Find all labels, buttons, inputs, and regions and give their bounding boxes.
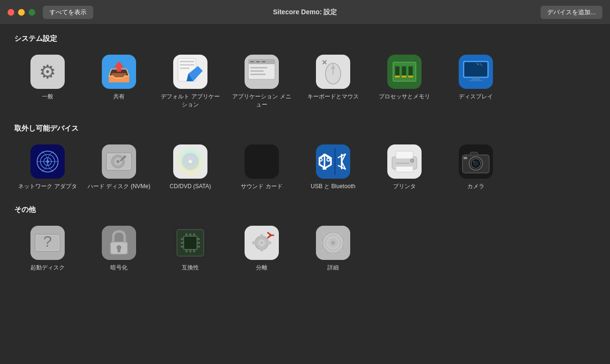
label-split: 分離 (256, 264, 267, 272)
encryption-icon-svg (102, 226, 136, 260)
svg-point-119 (260, 241, 263, 244)
icon-network-adapter (30, 144, 65, 179)
printer-icon-svg (387, 144, 422, 179)
svg-rect-114 (197, 242, 200, 244)
svg-rect-104 (186, 233, 187, 236)
svg-rect-133 (332, 252, 335, 255)
close-button[interactable] (8, 9, 14, 16)
item-printer[interactable]: プリンタ (371, 141, 438, 194)
show-all-button[interactable]: すべてを表示 (43, 6, 93, 19)
svg-rect-6 (180, 61, 194, 62)
item-camera[interactable]: カメラ (443, 141, 509, 194)
maximize-button[interactable] (29, 9, 35, 16)
icon-processor-memory (387, 55, 422, 89)
svg-rect-103 (184, 236, 197, 249)
window-title: Sitecore Demo: 設定 (273, 8, 337, 17)
add-device-button[interactable]: デバイスを追加... (541, 6, 602, 19)
icon-sound-card (245, 144, 279, 179)
compatibility-icon-svg (173, 226, 207, 260)
svg-rect-14 (250, 61, 254, 62)
svg-rect-38 (469, 80, 482, 81)
icon-default-apps (173, 55, 207, 89)
item-display[interactable]: ディスプレイ (443, 51, 509, 113)
svg-rect-60 (245, 144, 279, 179)
svg-text:📤: 📤 (107, 60, 131, 83)
label-processor-memory: プロセッサとメモリ (379, 93, 430, 101)
label-details: 詳細 (327, 264, 339, 272)
svg-rect-135 (321, 241, 324, 244)
svg-rect-115 (197, 246, 200, 248)
sound-card-icon-svg (245, 144, 279, 179)
item-network-adapter[interactable]: ネットワーク アダプタ (14, 141, 81, 194)
item-keyboard-mouse[interactable]: キーボードとマウス (300, 51, 366, 113)
label-network-adapter: ネットワーク アダプタ (18, 182, 77, 191)
svg-rect-16 (262, 61, 266, 62)
item-sharing[interactable]: 📤 共有 (86, 51, 152, 113)
svg-rect-8 (180, 67, 189, 69)
titlebar: すべてを表示 Sitecore Demo: 設定 デバイスを追加... (0, 0, 610, 25)
details-icon-svg (316, 226, 350, 260)
svg-text:?: ? (43, 233, 52, 250)
icon-display (459, 55, 493, 89)
svg-rect-91 (470, 152, 478, 156)
label-startup-disk: 起動ディスク (30, 264, 65, 272)
svg-rect-110 (181, 238, 184, 240)
section-grid-other: ? 起動ディスク 暗号化 (14, 222, 596, 276)
item-cd-dvd[interactable]: CD/DVD (SATA) (157, 141, 224, 194)
label-printer: プリンタ (393, 182, 416, 191)
svg-rect-111 (181, 242, 184, 244)
svg-rect-134 (342, 241, 345, 244)
icon-compatibility (173, 226, 207, 260)
svg-rect-120 (260, 234, 263, 237)
label-app-menu: アプリケーション メニュー (230, 93, 293, 109)
svg-rect-113 (197, 238, 200, 240)
app-menu-icon-svg (245, 55, 279, 89)
label-sharing: 共有 (113, 93, 125, 101)
icon-hard-disk (102, 144, 136, 179)
svg-rect-121 (260, 249, 263, 251)
svg-rect-36 (464, 62, 487, 77)
item-default-apps[interactable]: デフォルト アプリケーション (157, 51, 224, 113)
item-encryption[interactable]: 暗号化 (86, 222, 152, 276)
item-usb-bluetooth[interactable]: ⬡ USB と Bluetooth (300, 141, 366, 194)
general-icon-svg: ⚙ (30, 55, 65, 89)
svg-rect-82 (396, 166, 413, 172)
item-app-menu[interactable]: アプリケーション メニュー (228, 51, 295, 113)
label-general: 一般 (42, 93, 53, 101)
svg-point-83 (410, 159, 414, 163)
processor-memory-icon-svg (387, 55, 422, 89)
icon-cd-dvd (173, 144, 207, 179)
item-general[interactable]: ⚙ 一般 (14, 51, 81, 113)
label-cd-dvd: CD/DVD (SATA) (170, 182, 211, 191)
label-keyboard-mouse: キーボードとマウス (307, 93, 359, 101)
item-startup-disk[interactable]: ? 起動ディスク (14, 222, 81, 276)
svg-rect-100 (118, 249, 120, 252)
item-compatibility[interactable]: 互換性 (157, 222, 224, 276)
svg-text:⚙: ⚙ (39, 61, 56, 82)
item-hard-disk[interactable]: ハード ディスク (NVMe) (86, 141, 152, 194)
camera-icon-svg (459, 144, 493, 179)
icon-app-menu (245, 55, 279, 89)
svg-rect-32 (402, 76, 406, 77)
svg-rect-76 (323, 167, 326, 170)
item-details[interactable]: 詳細 (300, 222, 366, 276)
item-sound-card[interactable]: サウンド カード (228, 141, 295, 194)
icon-general: ⚙ (30, 55, 65, 89)
svg-rect-19 (250, 74, 266, 75)
item-processor-memory[interactable]: プロセッサとメモリ (371, 51, 438, 113)
cd-dvd-icon-svg (173, 144, 207, 179)
icon-sharing: 📤 (102, 55, 136, 89)
usb-bluetooth-icon-svg: ⬡ (316, 144, 350, 179)
minimize-button[interactable] (18, 9, 25, 16)
label-camera: カメラ (467, 182, 484, 191)
item-split[interactable]: 分離 (228, 222, 295, 276)
svg-rect-105 (189, 233, 191, 236)
label-encryption: 暗号化 (110, 264, 128, 272)
network-adapter-icon-svg (30, 144, 65, 179)
svg-rect-84 (396, 163, 409, 164)
svg-rect-18 (250, 70, 264, 72)
svg-rect-112 (181, 246, 184, 248)
section-title-system: システム設定 (14, 34, 596, 43)
traffic-lights (8, 9, 35, 16)
hard-disk-icon-svg (102, 144, 136, 179)
